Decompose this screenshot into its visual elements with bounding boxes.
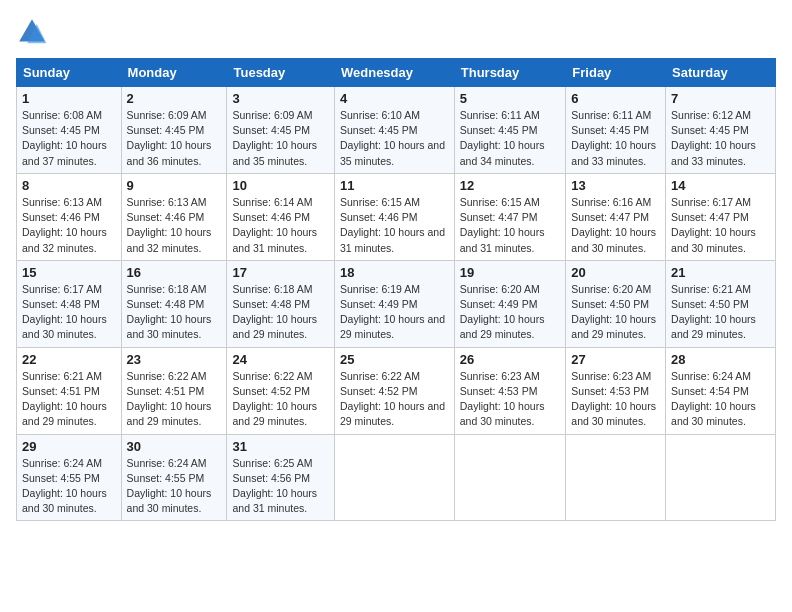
calendar-cell: 10 Sunrise: 6:14 AM Sunset: 4:46 PM Dayl… bbox=[227, 173, 335, 260]
calendar-cell bbox=[566, 434, 666, 521]
day-info: Sunrise: 6:20 AM Sunset: 4:50 PM Dayligh… bbox=[571, 282, 660, 343]
day-number: 4 bbox=[340, 91, 449, 106]
calendar-cell: 29 Sunrise: 6:24 AM Sunset: 4:55 PM Dayl… bbox=[17, 434, 122, 521]
day-of-week-header: Saturday bbox=[666, 59, 776, 87]
day-number: 16 bbox=[127, 265, 222, 280]
day-number: 27 bbox=[571, 352, 660, 367]
calendar-cell: 3 Sunrise: 6:09 AM Sunset: 4:45 PM Dayli… bbox=[227, 87, 335, 174]
calendar-cell: 25 Sunrise: 6:22 AM Sunset: 4:52 PM Dayl… bbox=[334, 347, 454, 434]
calendar-week-row: 1 Sunrise: 6:08 AM Sunset: 4:45 PM Dayli… bbox=[17, 87, 776, 174]
day-number: 7 bbox=[671, 91, 770, 106]
day-number: 5 bbox=[460, 91, 561, 106]
day-info: Sunrise: 6:13 AM Sunset: 4:46 PM Dayligh… bbox=[127, 195, 222, 256]
calendar-cell bbox=[454, 434, 566, 521]
calendar-week-row: 15 Sunrise: 6:17 AM Sunset: 4:48 PM Dayl… bbox=[17, 260, 776, 347]
calendar-cell: 1 Sunrise: 6:08 AM Sunset: 4:45 PM Dayli… bbox=[17, 87, 122, 174]
calendar-cell: 27 Sunrise: 6:23 AM Sunset: 4:53 PM Dayl… bbox=[566, 347, 666, 434]
day-info: Sunrise: 6:20 AM Sunset: 4:49 PM Dayligh… bbox=[460, 282, 561, 343]
calendar-cell: 28 Sunrise: 6:24 AM Sunset: 4:54 PM Dayl… bbox=[666, 347, 776, 434]
day-of-week-header: Thursday bbox=[454, 59, 566, 87]
day-number: 26 bbox=[460, 352, 561, 367]
day-number: 23 bbox=[127, 352, 222, 367]
calendar-cell: 2 Sunrise: 6:09 AM Sunset: 4:45 PM Dayli… bbox=[121, 87, 227, 174]
day-number: 31 bbox=[232, 439, 329, 454]
calendar-cell: 16 Sunrise: 6:18 AM Sunset: 4:48 PM Dayl… bbox=[121, 260, 227, 347]
day-info: Sunrise: 6:09 AM Sunset: 4:45 PM Dayligh… bbox=[232, 108, 329, 169]
calendar-cell: 9 Sunrise: 6:13 AM Sunset: 4:46 PM Dayli… bbox=[121, 173, 227, 260]
day-number: 12 bbox=[460, 178, 561, 193]
day-info: Sunrise: 6:10 AM Sunset: 4:45 PM Dayligh… bbox=[340, 108, 449, 169]
calendar-cell: 19 Sunrise: 6:20 AM Sunset: 4:49 PM Dayl… bbox=[454, 260, 566, 347]
day-number: 29 bbox=[22, 439, 116, 454]
calendar-cell: 23 Sunrise: 6:22 AM Sunset: 4:51 PM Dayl… bbox=[121, 347, 227, 434]
day-number: 8 bbox=[22, 178, 116, 193]
page-header bbox=[16, 16, 776, 48]
day-info: Sunrise: 6:11 AM Sunset: 4:45 PM Dayligh… bbox=[571, 108, 660, 169]
day-info: Sunrise: 6:22 AM Sunset: 4:52 PM Dayligh… bbox=[340, 369, 449, 430]
calendar-cell: 22 Sunrise: 6:21 AM Sunset: 4:51 PM Dayl… bbox=[17, 347, 122, 434]
calendar-cell: 7 Sunrise: 6:12 AM Sunset: 4:45 PM Dayli… bbox=[666, 87, 776, 174]
day-number: 22 bbox=[22, 352, 116, 367]
logo bbox=[16, 16, 52, 48]
day-number: 9 bbox=[127, 178, 222, 193]
calendar-cell: 17 Sunrise: 6:18 AM Sunset: 4:48 PM Dayl… bbox=[227, 260, 335, 347]
day-of-week-header: Friday bbox=[566, 59, 666, 87]
day-number: 17 bbox=[232, 265, 329, 280]
day-number: 19 bbox=[460, 265, 561, 280]
day-number: 30 bbox=[127, 439, 222, 454]
calendar-cell: 15 Sunrise: 6:17 AM Sunset: 4:48 PM Dayl… bbox=[17, 260, 122, 347]
calendar-week-row: 29 Sunrise: 6:24 AM Sunset: 4:55 PM Dayl… bbox=[17, 434, 776, 521]
calendar-cell: 13 Sunrise: 6:16 AM Sunset: 4:47 PM Dayl… bbox=[566, 173, 666, 260]
day-info: Sunrise: 6:22 AM Sunset: 4:51 PM Dayligh… bbox=[127, 369, 222, 430]
day-info: Sunrise: 6:17 AM Sunset: 4:48 PM Dayligh… bbox=[22, 282, 116, 343]
day-number: 18 bbox=[340, 265, 449, 280]
calendar-cell bbox=[666, 434, 776, 521]
calendar-week-row: 22 Sunrise: 6:21 AM Sunset: 4:51 PM Dayl… bbox=[17, 347, 776, 434]
calendar-cell: 8 Sunrise: 6:13 AM Sunset: 4:46 PM Dayli… bbox=[17, 173, 122, 260]
day-number: 3 bbox=[232, 91, 329, 106]
calendar-cell: 18 Sunrise: 6:19 AM Sunset: 4:49 PM Dayl… bbox=[334, 260, 454, 347]
day-of-week-header: Wednesday bbox=[334, 59, 454, 87]
day-info: Sunrise: 6:16 AM Sunset: 4:47 PM Dayligh… bbox=[571, 195, 660, 256]
day-info: Sunrise: 6:21 AM Sunset: 4:50 PM Dayligh… bbox=[671, 282, 770, 343]
day-info: Sunrise: 6:18 AM Sunset: 4:48 PM Dayligh… bbox=[232, 282, 329, 343]
day-info: Sunrise: 6:25 AM Sunset: 4:56 PM Dayligh… bbox=[232, 456, 329, 517]
day-info: Sunrise: 6:08 AM Sunset: 4:45 PM Dayligh… bbox=[22, 108, 116, 169]
day-info: Sunrise: 6:21 AM Sunset: 4:51 PM Dayligh… bbox=[22, 369, 116, 430]
day-number: 6 bbox=[571, 91, 660, 106]
day-number: 1 bbox=[22, 91, 116, 106]
calendar-cell: 6 Sunrise: 6:11 AM Sunset: 4:45 PM Dayli… bbox=[566, 87, 666, 174]
day-info: Sunrise: 6:23 AM Sunset: 4:53 PM Dayligh… bbox=[460, 369, 561, 430]
day-info: Sunrise: 6:12 AM Sunset: 4:45 PM Dayligh… bbox=[671, 108, 770, 169]
calendar-week-row: 8 Sunrise: 6:13 AM Sunset: 4:46 PM Dayli… bbox=[17, 173, 776, 260]
calendar-cell: 14 Sunrise: 6:17 AM Sunset: 4:47 PM Dayl… bbox=[666, 173, 776, 260]
day-number: 25 bbox=[340, 352, 449, 367]
day-number: 28 bbox=[671, 352, 770, 367]
calendar-cell: 12 Sunrise: 6:15 AM Sunset: 4:47 PM Dayl… bbox=[454, 173, 566, 260]
day-info: Sunrise: 6:19 AM Sunset: 4:49 PM Dayligh… bbox=[340, 282, 449, 343]
day-number: 15 bbox=[22, 265, 116, 280]
day-info: Sunrise: 6:13 AM Sunset: 4:46 PM Dayligh… bbox=[22, 195, 116, 256]
calendar-table: SundayMondayTuesdayWednesdayThursdayFrid… bbox=[16, 58, 776, 521]
day-info: Sunrise: 6:18 AM Sunset: 4:48 PM Dayligh… bbox=[127, 282, 222, 343]
calendar-cell: 5 Sunrise: 6:11 AM Sunset: 4:45 PM Dayli… bbox=[454, 87, 566, 174]
day-info: Sunrise: 6:11 AM Sunset: 4:45 PM Dayligh… bbox=[460, 108, 561, 169]
calendar-cell: 11 Sunrise: 6:15 AM Sunset: 4:46 PM Dayl… bbox=[334, 173, 454, 260]
day-number: 21 bbox=[671, 265, 770, 280]
day-info: Sunrise: 6:23 AM Sunset: 4:53 PM Dayligh… bbox=[571, 369, 660, 430]
day-info: Sunrise: 6:24 AM Sunset: 4:54 PM Dayligh… bbox=[671, 369, 770, 430]
calendar-cell bbox=[334, 434, 454, 521]
day-info: Sunrise: 6:24 AM Sunset: 4:55 PM Dayligh… bbox=[127, 456, 222, 517]
day-info: Sunrise: 6:09 AM Sunset: 4:45 PM Dayligh… bbox=[127, 108, 222, 169]
day-number: 13 bbox=[571, 178, 660, 193]
day-info: Sunrise: 6:15 AM Sunset: 4:46 PM Dayligh… bbox=[340, 195, 449, 256]
calendar-cell: 4 Sunrise: 6:10 AM Sunset: 4:45 PM Dayli… bbox=[334, 87, 454, 174]
day-of-week-header: Sunday bbox=[17, 59, 122, 87]
calendar-cell: 21 Sunrise: 6:21 AM Sunset: 4:50 PM Dayl… bbox=[666, 260, 776, 347]
day-info: Sunrise: 6:17 AM Sunset: 4:47 PM Dayligh… bbox=[671, 195, 770, 256]
day-number: 2 bbox=[127, 91, 222, 106]
day-info: Sunrise: 6:14 AM Sunset: 4:46 PM Dayligh… bbox=[232, 195, 329, 256]
day-number: 10 bbox=[232, 178, 329, 193]
calendar-cell: 30 Sunrise: 6:24 AM Sunset: 4:55 PM Dayl… bbox=[121, 434, 227, 521]
day-number: 24 bbox=[232, 352, 329, 367]
